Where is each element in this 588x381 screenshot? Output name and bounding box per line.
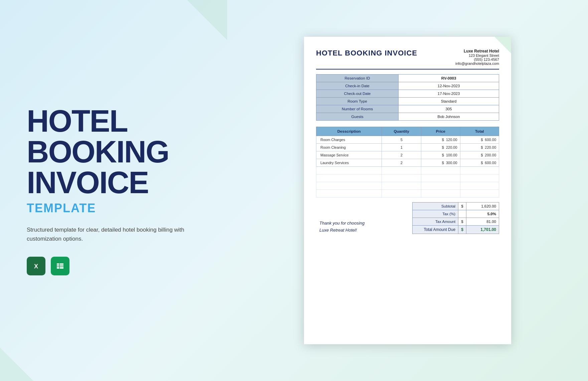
svc-price: $ 300.00 (421, 159, 460, 167)
subtotal-row: Subtotal $ 1,620.00 (413, 203, 499, 210)
bottom-section: Thank you for choosing Luxe Retreat Hote… (316, 202, 499, 234)
table-row: Number of Rooms 305 (316, 105, 499, 113)
subtotal-value: 1,620.00 (466, 203, 499, 210)
empty-cell (421, 174, 460, 182)
reservation-table: Reservation ID RV-0003 Check-in Date 12-… (316, 74, 499, 121)
res-value-roomtype: Standard (399, 98, 499, 105)
empty-cell (316, 182, 382, 190)
hotel-info: Luxe Retreat Hotel 123 Elegant Street (5… (455, 49, 499, 66)
table-row: Reservation ID RV-0003 (316, 75, 499, 82)
svg-text:X: X (34, 263, 38, 270)
res-value-checkout: 17-Nov-2023 (399, 90, 499, 98)
description-text: Structured template for clear, detailed … (27, 225, 187, 243)
svc-qty: 1 (382, 144, 421, 151)
empty-cell (421, 167, 460, 174)
svc-qty: 5 (382, 136, 421, 144)
sheets-icon[interactable] (51, 257, 69, 275)
invoice-document: HOTEL BOOKING INVOICE Luxe Retreat Hotel… (304, 37, 511, 344)
res-label-checkin: Check-in Date (316, 82, 399, 90)
empty-cell (316, 190, 382, 198)
hotel-address: 123 Elegant Street (455, 53, 499, 57)
res-label-numrooms: Number of Rooms (316, 105, 399, 113)
svc-desc: Massage Service (316, 151, 382, 159)
thank-you-line2: Luxe Retreat Hotel! (319, 227, 364, 234)
col-description: Desscription (316, 127, 382, 136)
right-panel: HOTEL BOOKING INVOICE Luxe Retreat Hotel… (227, 0, 588, 381)
total-due-row: Total Amount Due $ 1,701.00 (413, 226, 499, 234)
empty-cell (460, 174, 499, 182)
empty-cell (382, 190, 421, 198)
svc-total: $ 220.00 (460, 144, 499, 151)
hotel-name: Luxe Retreat Hotel (455, 49, 499, 53)
total-dollar: $ (458, 226, 466, 234)
svg-rect-3 (57, 263, 63, 269)
table-row: Massage Service 2 $ 100.00 $ 200.00 (316, 151, 499, 159)
services-table: Desscription Quantity Price Total Room C… (316, 127, 499, 198)
subtotal-label: Subtotal (413, 203, 458, 210)
svc-desc: Room Cleaning (316, 144, 382, 151)
tax-percent-row: Tax (%) 5.0% (413, 210, 499, 218)
svc-price: $ 220.00 (421, 144, 460, 151)
tax-amount-label: Tax Amount (413, 218, 458, 226)
res-label-id: Reservation ID (316, 75, 399, 82)
table-row: Laundry Services 2 $ 300.00 $ 600.00 (316, 159, 499, 167)
res-value-checkin: 12-Nov-2023 (399, 82, 499, 90)
empty-cell (382, 182, 421, 190)
empty-cell (460, 190, 499, 198)
table-row: Guests Bob Johnson (316, 113, 499, 121)
tax-label: Tax (%) (413, 210, 458, 218)
tax-dollar (458, 210, 466, 218)
table-row: Room Type Standard (316, 98, 499, 105)
excel-icon[interactable]: X (27, 257, 45, 275)
svc-desc: Laundry Services (316, 159, 382, 167)
col-quantity: Quantity (382, 127, 421, 136)
res-value-numrooms: 305 (399, 105, 499, 113)
header-divider (316, 69, 499, 70)
res-label-roomtype: Room Type (316, 98, 399, 105)
total-label: Total Amount Due (413, 226, 458, 234)
invoice-title: HOTEL BOOKING INVOICE (316, 49, 417, 57)
res-value-guests: Bob Johnson (399, 113, 499, 121)
table-row: Room Charges 5 $ 120.00 $ 600.00 (316, 136, 499, 144)
empty-row (316, 174, 499, 182)
svc-total: $ 600.00 (460, 136, 499, 144)
empty-row (316, 190, 499, 198)
invoice-header: HOTEL BOOKING INVOICE Luxe Retreat Hotel… (316, 49, 499, 66)
table-row: Check-in Date 12-Nov-2023 (316, 82, 499, 90)
main-title: HOTEL BOOKING INVOICE (27, 106, 207, 198)
empty-cell (460, 182, 499, 190)
template-label: TEMPLATE (27, 201, 207, 215)
empty-cell (316, 174, 382, 182)
svc-price: $ 100.00 (421, 151, 460, 159)
res-label-guests: Guests (316, 113, 399, 121)
empty-cell (421, 190, 460, 198)
table-row: Check-out Date 17-Nov-2023 (316, 90, 499, 98)
doc-deco-corner (494, 37, 511, 53)
svc-total: $ 600.00 (460, 159, 499, 167)
left-panel: HOTEL BOOKING INVOICE TEMPLATE Structure… (0, 0, 227, 381)
empty-cell (316, 167, 382, 174)
tax-value: 5.0% (466, 210, 499, 218)
empty-cell (382, 167, 421, 174)
svc-total: $ 200.00 (460, 151, 499, 159)
deco-triangle-br (0, 348, 33, 381)
tax-amount-value: 81.00 (466, 218, 499, 226)
empty-cell (421, 182, 460, 190)
res-value-id: RV-0003 (399, 75, 499, 82)
res-label-checkout: Check-out Date (316, 90, 399, 98)
tax-amount-dollar: $ (458, 218, 466, 226)
svc-qty: 2 (382, 159, 421, 167)
empty-row (316, 182, 499, 190)
subtotal-dollar: $ (458, 203, 466, 210)
deco-triangle-tl (187, 0, 227, 40)
thank-you-line1: Thank you for choosing (319, 220, 364, 227)
table-row: Room Cleaning 1 $ 220.00 $ 220.00 (316, 144, 499, 151)
col-price: Price (421, 127, 460, 136)
tax-amount-row: Tax Amount $ 81.00 (413, 218, 499, 226)
svc-desc: Room Charges (316, 136, 382, 144)
empty-cell (382, 174, 421, 182)
empty-row (316, 167, 499, 174)
total-value: 1,701.00 (466, 226, 499, 234)
hotel-email: info@grandhotelplaza.com (455, 61, 499, 66)
svc-price: $ 120.00 (421, 136, 460, 144)
